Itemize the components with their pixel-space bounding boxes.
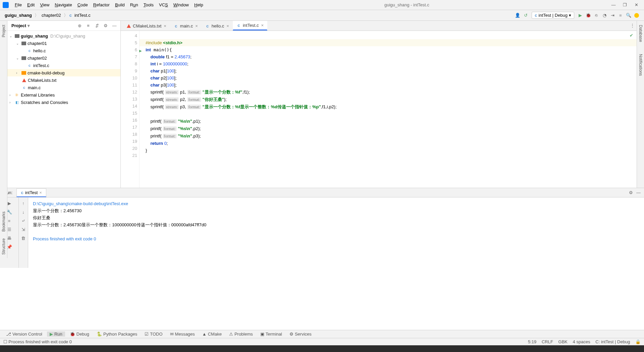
tree-file-main[interactable]: cmain.c (7, 84, 120, 91)
hide-icon[interactable]: — (636, 190, 641, 195)
menu-build[interactable]: Build (113, 2, 127, 8)
bottom-messages[interactable]: ✉ Messages (167, 332, 198, 337)
close-icon[interactable]: × (226, 23, 229, 28)
bottom-terminal[interactable]: ▣ Terminal (258, 332, 285, 337)
project-title: Project ▾ (10, 23, 74, 28)
bottom-cmake[interactable]: ▲ CMake (200, 332, 224, 337)
search-icon[interactable]: 🔍 (625, 11, 633, 19)
run-config-selector[interactable]: c intTest | Debug ▾ (532, 12, 574, 19)
close-icon[interactable]: × (39, 190, 42, 195)
bottom-debug[interactable]: 🐞 Debug (67, 332, 92, 337)
code-editor[interactable]: 45 6▶ 7891011 12131415 161718192021 #inc… (121, 31, 637, 188)
run-gutter-icon[interactable]: ▶ (139, 47, 142, 54)
toolbar: guigu_shang 〉 chapter02 〉 c intTest.c 👤 … (0, 10, 644, 21)
status-bar: ☐ Process finished with exit code 0 5:19… (0, 338, 644, 345)
run-button[interactable]: ▶ (576, 11, 584, 19)
tree-folder-ch2[interactable]: ⌄chapter02 (7, 54, 120, 62)
crumb-root[interactable]: guigu_shang (3, 12, 33, 18)
bottom-python[interactable]: 🐍 Python Packages (94, 332, 140, 337)
debug-button[interactable]: 🐞 (584, 11, 592, 19)
menu-file[interactable]: File (13, 2, 24, 8)
stop-button[interactable]: ■ (616, 11, 625, 19)
tab-inttest[interactable]: cintTest.c× (233, 21, 267, 31)
bottom-services[interactable]: ⚙ Services (287, 332, 314, 337)
run-output[interactable]: D:\C\guigu_shang\cmake-build-debug\intTe… (28, 197, 644, 268)
scroll-icon[interactable]: ⇲ (20, 226, 27, 233)
project-panel: Project ▾ ⊕ ≡ ⇵ ⚙ — ⌄ guigu_shangD:\C\gu… (7, 21, 121, 188)
gear-icon[interactable]: ⚙ (102, 23, 109, 28)
menu-tools[interactable]: Tools (142, 2, 156, 8)
chevron-down-icon[interactable]: ▾ (28, 23, 30, 28)
tree-file-cmakelists[interactable]: CMakeLists.txt (7, 76, 120, 84)
hide-icon[interactable]: — (111, 23, 118, 28)
lock-icon[interactable]: 🔒 (635, 339, 641, 344)
app-logo-icon (3, 2, 9, 8)
close-icon[interactable]: × (164, 23, 166, 28)
sidebar-tab-database[interactable]: Database (638, 22, 643, 45)
crumb-file[interactable]: intTest.c (73, 12, 92, 18)
menu-help[interactable]: Help (192, 2, 205, 8)
breadcrumb: guigu_shang 〉 chapter02 〉 c intTest.c (3, 12, 92, 18)
down-icon[interactable]: ↓ (20, 208, 27, 216)
status-icon[interactable]: ☐ (3, 339, 7, 344)
status-encoding[interactable]: GBK (558, 339, 568, 344)
bottom-vcs[interactable]: ⎇ Version Control (3, 332, 45, 337)
sidebar-tab-notifications[interactable]: Notifications (638, 51, 643, 78)
inspection-ok-icon[interactable]: ✔ (630, 33, 633, 38)
code-content[interactable]: #include <stdio.h>int main(){ double f1 … (140, 31, 637, 188)
menu-refactor[interactable]: Refactor (91, 2, 112, 8)
status-context[interactable]: C: intTest | Debug (595, 339, 630, 344)
tree-file-inttest[interactable]: cintTest.c (7, 62, 120, 69)
menu-window[interactable]: Window (171, 2, 191, 8)
bottom-problems[interactable]: ⚠ Problems (226, 332, 256, 337)
menu-navigate[interactable]: Navigate (53, 2, 74, 8)
ide-update-icon[interactable] (633, 11, 641, 19)
expand-icon[interactable]: ≡ (85, 23, 92, 28)
run-tab[interactable]: c intTest × (16, 188, 46, 197)
close-icon[interactable]: × (195, 23, 198, 28)
menu-run[interactable]: Run (128, 2, 140, 8)
status-right: 5:19 CRLF GBK 4 spaces C: intTest | Debu… (524, 339, 641, 344)
bottom-todo[interactable]: ☑ TODO (142, 332, 165, 337)
close-icon[interactable]: × (261, 23, 264, 28)
close-button[interactable]: ✕ (631, 2, 641, 7)
sidebar-tab-project[interactable]: Project (1, 22, 6, 40)
crumb-folder[interactable]: chapter02 (40, 12, 62, 18)
wrap-icon[interactable]: ⤶ (20, 217, 27, 224)
tab-cmakelists[interactable]: CMakeLists.txt× (123, 21, 170, 31)
locate-icon[interactable]: ⊕ (76, 23, 83, 28)
maximize-button[interactable]: ❐ (620, 2, 630, 7)
bottom-toolbar: ⎇ Version Control ▶ Run 🐞 Debug 🐍 Python… (0, 330, 644, 338)
minimize-button[interactable]: — (608, 2, 619, 7)
menu-vcs[interactable]: VCS (157, 2, 170, 8)
tree-scratches[interactable]: ›◧Scratches and Consoles (7, 99, 120, 106)
gear-icon[interactable]: ⚙ (629, 190, 633, 195)
bottom-run[interactable]: ▶ Run (47, 332, 65, 337)
tree-file-hello[interactable]: chello.c (7, 47, 120, 54)
clear-icon[interactable]: 🗑 (20, 234, 27, 242)
menu-view[interactable]: View (38, 2, 51, 8)
status-indent[interactable]: 4 spaces (573, 339, 590, 344)
add-user-icon[interactable]: 👤 (514, 11, 522, 19)
right-gutter: Database Notifications (637, 21, 644, 188)
collapse-icon[interactable]: ⇵ (94, 23, 100, 28)
sync-icon[interactable]: ↺ (522, 11, 530, 19)
up-icon[interactable]: ↑ (20, 199, 27, 207)
menu-edit[interactable]: Edit (25, 2, 37, 8)
sidebar-tab-bookmarks[interactable]: Bookmarks (1, 212, 6, 232)
status-position[interactable]: 5:19 (528, 339, 536, 344)
coverage-icon[interactable]: ⎋ (592, 11, 600, 19)
menu-code[interactable]: Code (75, 2, 90, 8)
left-gutter: Project (0, 21, 7, 188)
sidebar-tab-structure[interactable]: Structure (1, 238, 6, 255)
tree-root[interactable]: ⌄ guigu_shangD:\C\guigu_shang (7, 32, 120, 40)
more-icon[interactable]: ⋮ (630, 23, 635, 28)
status-eol[interactable]: CRLF (542, 339, 553, 344)
attach-icon[interactable]: ⇥ (608, 11, 616, 19)
tab-main[interactable]: cmain.c× (170, 21, 202, 31)
profile-icon[interactable]: ◔ (600, 11, 608, 19)
tree-folder-cbd[interactable]: ›cmake-build-debug (7, 69, 120, 76)
tree-folder-ch1[interactable]: ⌄chapter01 (7, 40, 120, 47)
tab-hello[interactable]: chello.c× (202, 21, 233, 31)
tree-ext-lib[interactable]: ›⊪External Libraries (7, 91, 120, 99)
